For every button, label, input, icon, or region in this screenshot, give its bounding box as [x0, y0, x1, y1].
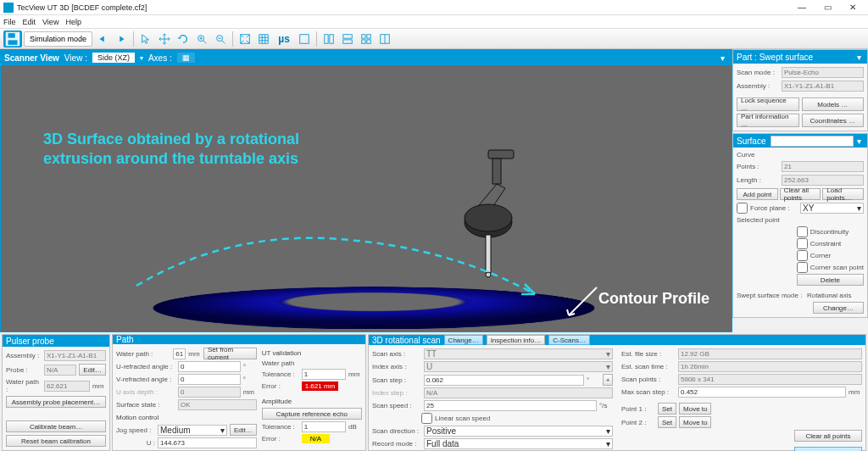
menu-help[interactable]: Help: [65, 18, 81, 26]
window-minimize[interactable]: —: [790, 2, 814, 14]
scan-direction-select[interactable]: Positive▾: [424, 426, 613, 437]
chevron-down-icon[interactable]: ▾: [854, 136, 864, 146]
axes-button[interactable]: ▦: [177, 53, 195, 63]
change-tab[interactable]: Change…: [444, 335, 483, 345]
menu-view[interactable]: View: [42, 18, 58, 26]
layout-4-button[interactable]: [376, 31, 393, 47]
est-size-field: 12.92 GB: [678, 348, 862, 359]
point1-set-button[interactable]: Set: [658, 403, 676, 415]
delete-point-button[interactable]: Delete: [797, 274, 864, 286]
force-plane-checkbox[interactable]: [737, 203, 748, 214]
path-title: Path: [116, 335, 134, 344]
max-step-input[interactable]: 0.452: [678, 387, 846, 398]
add-point-button[interactable]: Add point: [737, 188, 778, 200]
fit-view-tool[interactable]: [236, 31, 253, 47]
contour-pointer-line: [565, 286, 598, 320]
u-input[interactable]: 144.673: [158, 437, 257, 448]
coordinates-button[interactable]: Coordinates …: [802, 114, 865, 127]
move-tool[interactable]: [156, 31, 173, 47]
window-close[interactable]: ✕: [841, 2, 865, 14]
right-sidebar: Part : Swept surface▾ Scan mode :Pulse-E…: [732, 49, 868, 332]
inspection-info-tab[interactable]: Inspection info…: [487, 335, 546, 345]
axes-label: Axes :: [148, 53, 172, 63]
zoom-out-tool[interactable]: [212, 31, 229, 47]
tolerance-input[interactable]: 1: [302, 369, 346, 380]
clear-all-points-button[interactable]: Clear all points: [794, 430, 862, 442]
redo-button[interactable]: [113, 31, 130, 47]
part-info-button[interactable]: Part information …: [737, 114, 799, 127]
constraint-checkbox[interactable]: [797, 238, 808, 249]
v-refracted-input[interactable]: 0: [178, 374, 241, 385]
index-axis-select[interactable]: U▾: [424, 361, 613, 372]
microseconds-button[interactable]: µs: [274, 31, 294, 47]
svg-rect-13: [362, 39, 365, 42]
jog-speed-select[interactable]: Medium▾: [158, 425, 227, 436]
grid-tool[interactable]: [255, 31, 272, 47]
cscans-tab[interactable]: C-Scans…: [548, 335, 590, 345]
u-refracted-input[interactable]: 0: [178, 361, 241, 372]
pulser-wp-field: 62.621: [44, 381, 90, 392]
view-tab-side-xz[interactable]: Side (XZ): [92, 53, 135, 63]
corner-checkbox[interactable]: [797, 250, 808, 261]
layout-3-button[interactable]: [358, 31, 375, 47]
pointer-tool[interactable]: [137, 31, 154, 47]
corner-scan-point-checkbox[interactable]: [797, 262, 808, 273]
start-scan-button[interactable]: Start scan: [794, 447, 862, 451]
step-plus-button[interactable]: +: [603, 374, 613, 386]
points-label: Points :: [737, 163, 779, 170]
discontinuity-checkbox[interactable]: [797, 226, 808, 237]
scan-title: 3D rotational scan: [372, 336, 441, 345]
assembly-field: X1-Y1-Z1-A1-B1: [782, 81, 864, 92]
layout-2-button[interactable]: [339, 31, 356, 47]
set-from-current-button[interactable]: Set from current: [203, 348, 257, 359]
capture-echo-button[interactable]: Capture reference echo: [262, 408, 362, 420]
view-label: View :: [64, 53, 87, 63]
record-mode-label: Record mode :: [372, 440, 421, 448]
tolerance2-input[interactable]: 1: [302, 421, 346, 432]
scan-step-input[interactable]: 0.062: [424, 375, 584, 386]
error-value-red: 1.621 mm: [302, 381, 339, 391]
surface-state-label: Surface state :: [116, 401, 175, 409]
zoom-in-tool[interactable]: [193, 31, 210, 47]
force-plane-select[interactable]: XY▾: [800, 203, 864, 214]
layout-1-button[interactable]: [320, 31, 337, 47]
chevron-down-icon[interactable]: ▾: [854, 53, 864, 62]
calibrate-beam-button[interactable]: Calibrate beam…: [6, 420, 106, 432]
clear-points-button[interactable]: Clear all points: [780, 188, 821, 200]
pulser-probe-field: N/A: [44, 365, 76, 376]
window-maximize[interactable]: ▭: [815, 2, 839, 14]
panel-collapse-icon[interactable]: ▾: [716, 53, 728, 63]
save-button[interactable]: [3, 31, 22, 47]
scan-axis-select[interactable]: TT▾: [424, 348, 613, 359]
probe-placement-button[interactable]: Assembly probe placement…: [6, 396, 106, 408]
menu-edit[interactable]: Edit: [23, 18, 36, 26]
scan-speed-input[interactable]: 25: [424, 400, 597, 411]
surface-side-select[interactable]: Side A▾: [771, 136, 854, 147]
linear-speed-checkbox[interactable]: [421, 413, 432, 424]
rotate-tool[interactable]: [175, 31, 192, 47]
reset-calibration-button[interactable]: Reset beam calibration: [6, 435, 106, 447]
est-time-label: Est. scan time :: [621, 363, 676, 370]
change-mode-button[interactable]: Change…: [813, 302, 864, 314]
models-button[interactable]: Models …: [802, 97, 865, 111]
jog-edit-button[interactable]: Edit…: [230, 424, 257, 436]
force-plane-label: Force plane :: [750, 204, 798, 212]
point2-set-button[interactable]: Set: [658, 416, 676, 428]
record-mode-select[interactable]: Full data▾: [424, 438, 613, 449]
scanner-3d-viewport[interactable]: 3D Surface obtained by a rotational extr…: [1, 65, 732, 331]
undo-button[interactable]: [94, 31, 111, 47]
u-depth-label: U axis depth :: [116, 388, 175, 396]
simulation-mode-pill[interactable]: Simulation mode: [24, 31, 92, 47]
pulser-edit-button[interactable]: Edit…: [79, 364, 106, 376]
view-opt-1-button[interactable]: [296, 31, 313, 47]
menu-file[interactable]: File: [3, 18, 16, 26]
path-wp-input[interactable]: 61: [173, 348, 186, 359]
load-points-button[interactable]: Load points…: [822, 188, 864, 200]
point2-move-button[interactable]: Move to: [679, 416, 711, 428]
lock-sequence-button[interactable]: Lock sequence …: [737, 97, 799, 111]
max-step-label: Max scan step :: [621, 388, 676, 396]
point1-move-button[interactable]: Move to: [679, 403, 711, 415]
toolbar: Simulation mode µs: [0, 29, 868, 49]
surface-state-field: OK: [178, 399, 257, 410]
pulser-probe-panel: Pulser probe Assembly :X1-Y1-Z1-A1-B1 Pr…: [2, 334, 110, 451]
